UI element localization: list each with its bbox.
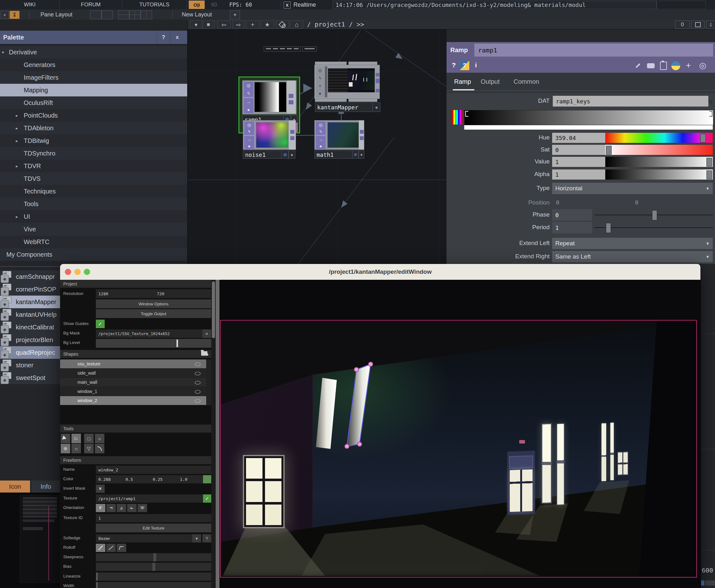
node-spark-icon[interactable]: ◆: [288, 150, 295, 159]
status-path-field[interactable]: 14:17:06 /Users/gracegwozdz/Documents/ix…: [333, 1, 656, 9]
ramp-gradient-editor[interactable]: [464, 110, 713, 125]
back-button[interactable]: ⇦: [217, 21, 230, 29]
kantanmapper-edit-window[interactable]: /project1/kantanMapper/editWindow Projec…: [60, 264, 700, 588]
realtime-checkbox[interactable]: X: [284, 2, 291, 8]
color-b-field[interactable]: 0.25: [150, 475, 179, 483]
node-flags-icons[interactable]: ◎ϟ: [244, 121, 254, 135]
texture-id-field[interactable]: 1: [96, 514, 214, 522]
rolloff-linear-button[interactable]: [106, 544, 116, 552]
node-output-connector[interactable]: [376, 89, 380, 92]
zoom-traffic-light[interactable]: [84, 269, 90, 275]
stop-button[interactable]: ■: [202, 21, 214, 29]
resolution-width-field[interactable]: 1280: [96, 289, 155, 298]
shape-row-ssu-texture[interactable]: ssu_texture: [60, 359, 206, 369]
direct-select-tool-icon[interactable]: ▷: [72, 434, 81, 443]
node-output-connector[interactable]: [376, 79, 380, 83]
visibility-eye-icon[interactable]: [195, 363, 201, 366]
window-icon[interactable]: [691, 21, 704, 29]
shape-row-window-1[interactable]: window_1: [60, 387, 206, 396]
extend-left-dropdown[interactable]: Repeat▼: [552, 238, 713, 249]
chevron-right-icon[interactable]: ▸: [16, 134, 18, 147]
operator-name-field[interactable]: ramp1: [474, 44, 713, 57]
midi-oi-toggle[interactable]: O|I: [189, 1, 205, 9]
texture-path-field[interactable]: /project1/ramp1: [96, 495, 204, 503]
softedge-dropdown[interactable]: Bezier: [96, 534, 194, 543]
phase-slider-handle[interactable]: [652, 210, 657, 220]
period-slider-handle[interactable]: [606, 223, 611, 233]
palette-tree-techniques[interactable]: Techniques: [0, 185, 187, 197]
shape-name-field[interactable]: window_2: [96, 466, 214, 474]
tutorials-button[interactable]: TUTORIALS: [122, 0, 187, 9]
layout-preset-vsplit[interactable]: [141, 10, 152, 19]
node-output-connector[interactable]: [290, 136, 294, 140]
tab-common[interactable]: Common: [514, 75, 539, 88]
color-g-field[interactable]: 0.5: [123, 475, 151, 483]
wiki-button[interactable]: WIKI: [0, 0, 60, 9]
chevron-right-icon[interactable]: ▸: [16, 210, 18, 223]
tab-ramp[interactable]: Ramp: [454, 75, 471, 88]
quad-corner-handle[interactable]: [368, 362, 373, 366]
chevron-right-icon[interactable]: ▸: [16, 109, 18, 122]
steepness-slider[interactable]: [96, 553, 211, 562]
add-shape-folder-icon[interactable]: +: [201, 351, 207, 356]
palette-tree-tdvs[interactable]: TDVS: [0, 172, 187, 185]
node-spark-icon[interactable]: ◆: [372, 102, 381, 112]
phase-field[interactable]: 0: [552, 209, 592, 220]
layout-preset-hsplit[interactable]: [118, 10, 129, 19]
quad-corner-handle[interactable]: [354, 368, 359, 372]
bg-level-handle[interactable]: [177, 339, 178, 347]
node-flags-export-icon[interactable]: →●: [243, 98, 254, 114]
palette-tree-oculusrift[interactable]: OculusRift: [0, 97, 187, 109]
panel-scrollbar-track[interactable]: [211, 280, 216, 588]
ramp-key-left[interactable]: [465, 111, 468, 117]
collapse-toolbar-button[interactable]: ∧: [1, 11, 9, 19]
python-help-icon[interactable]: ?: [460, 61, 469, 70]
chevron-right-icon[interactable]: ▸: [16, 160, 18, 172]
node-flags-icons[interactable]: ◎ϟ: [315, 121, 326, 135]
palette-tree-webrtc[interactable]: WebRTC: [0, 235, 187, 248]
node-flags-icons[interactable]: →●: [315, 135, 326, 149]
edit-pencil-icon[interactable]: [633, 62, 642, 69]
mapping-shapes-overlay[interactable]: [221, 320, 696, 577]
tab-output[interactable]: Output: [481, 75, 499, 88]
tab-info[interactable]: Info: [31, 481, 60, 492]
color-r-field[interactable]: 0.288: [96, 475, 124, 483]
width-slider[interactable]: [96, 582, 211, 588]
orientation-270-button[interactable]: F: [127, 504, 137, 512]
palette-tree-imagefilters[interactable]: ImageFilters: [0, 71, 187, 84]
node-math1-name[interactable]: math1: [314, 150, 354, 159]
toggle-output-button[interactable]: Toggle Output: [96, 309, 211, 318]
value-slider[interactable]: [605, 157, 713, 167]
tab-icon[interactable]: Icon: [0, 481, 30, 492]
python-icon[interactable]: [670, 61, 681, 70]
palette-tree-pointclouds[interactable]: ▸PointClouds: [0, 109, 187, 122]
invert-mask-checkbox[interactable]: ×: [96, 485, 105, 493]
forum-button[interactable]: FORUM: [59, 0, 122, 9]
target-icon[interactable]: ◎: [696, 61, 709, 70]
node-noise1-name[interactable]: noise1: [243, 150, 283, 159]
add-operator-button[interactable]: +: [246, 21, 259, 29]
shapes-scrollbar[interactable]: [206, 359, 211, 405]
texture-confirm-checkbox[interactable]: ✓: [203, 495, 211, 503]
dat-connect-icon[interactable]: ↘: [706, 97, 714, 106]
layout-preset-grid[interactable]: [129, 10, 141, 19]
pen-tool-icon[interactable]: ▽: [84, 444, 94, 453]
softedge-dropdown-arrow[interactable]: ▾: [192, 534, 201, 543]
palette-tree-derivative[interactable]: ▾Derivative: [0, 46, 187, 59]
home-icon[interactable]: ⌂: [290, 21, 303, 29]
node-output-connector[interactable]: [360, 136, 364, 140]
forward-button[interactable]: ⇨: [232, 21, 244, 29]
comment-icon[interactable]: [646, 62, 656, 69]
visibility-eye-icon[interactable]: [195, 372, 201, 375]
extend-right-dropdown[interactable]: Same as Left▼: [552, 251, 713, 262]
panel-divider[interactable]: [216, 280, 220, 588]
window-options-button[interactable]: Window Options: [96, 299, 211, 308]
bookmark-star-button[interactable]: ★: [261, 21, 274, 29]
visibility-eye-icon[interactable]: [195, 381, 201, 384]
rolloff-scurve-button[interactable]: [96, 544, 105, 552]
palette-tree-tools[interactable]: Tools: [0, 197, 187, 210]
shape-row-window-2[interactable]: window_2: [60, 396, 206, 405]
node-kantanmapper-name[interactable]: kantanMapper: [315, 102, 374, 112]
curve-tool-icon[interactable]: [95, 444, 104, 453]
type-dropdown[interactable]: Horizontal▼: [552, 183, 713, 194]
